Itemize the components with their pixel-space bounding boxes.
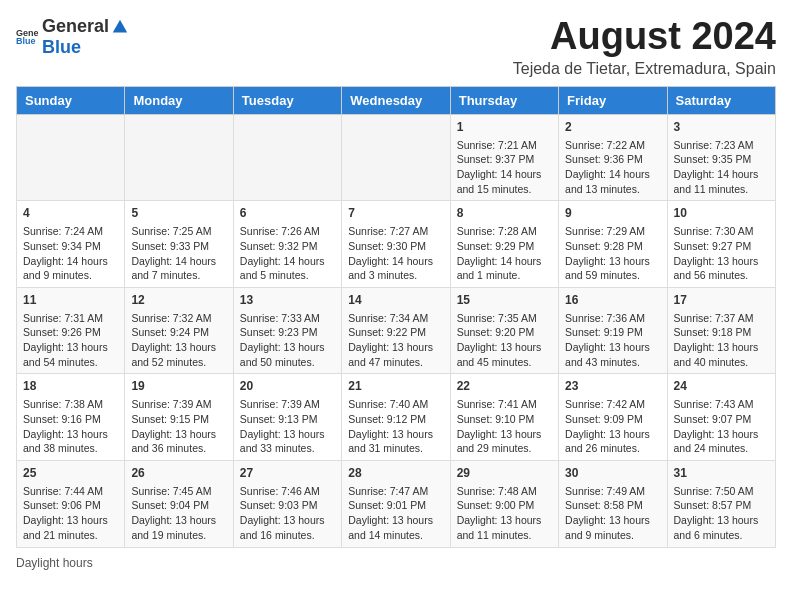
day-info: Sunrise: 7:30 AMSunset: 9:27 PMDaylight:…	[674, 224, 769, 283]
calendar-cell: 28Sunrise: 7:47 AMSunset: 9:01 PMDayligh…	[342, 460, 450, 547]
svg-marker-2	[113, 19, 127, 32]
calendar-week-row: 25Sunrise: 7:44 AMSunset: 9:06 PMDayligh…	[17, 460, 776, 547]
day-info: Sunrise: 7:47 AMSunset: 9:01 PMDaylight:…	[348, 484, 443, 543]
col-header-friday: Friday	[559, 86, 667, 114]
day-number: 28	[348, 465, 443, 482]
col-header-monday: Monday	[125, 86, 233, 114]
main-title: August 2024	[513, 16, 776, 58]
day-info: Sunrise: 7:32 AMSunset: 9:24 PMDaylight:…	[131, 311, 226, 370]
calendar-cell: 21Sunrise: 7:40 AMSunset: 9:12 PMDayligh…	[342, 374, 450, 461]
day-info: Sunrise: 7:40 AMSunset: 9:12 PMDaylight:…	[348, 397, 443, 456]
day-number: 7	[348, 205, 443, 222]
calendar-cell: 1Sunrise: 7:21 AMSunset: 9:37 PMDaylight…	[450, 114, 558, 201]
day-info: Sunrise: 7:49 AMSunset: 8:58 PMDaylight:…	[565, 484, 660, 543]
day-info: Sunrise: 7:28 AMSunset: 9:29 PMDaylight:…	[457, 224, 552, 283]
calendar-cell: 18Sunrise: 7:38 AMSunset: 9:16 PMDayligh…	[17, 374, 125, 461]
calendar-week-row: 18Sunrise: 7:38 AMSunset: 9:16 PMDayligh…	[17, 374, 776, 461]
calendar-cell: 16Sunrise: 7:36 AMSunset: 9:19 PMDayligh…	[559, 287, 667, 374]
day-number: 14	[348, 292, 443, 309]
col-header-saturday: Saturday	[667, 86, 775, 114]
calendar-cell: 9Sunrise: 7:29 AMSunset: 9:28 PMDaylight…	[559, 201, 667, 288]
day-info: Sunrise: 7:37 AMSunset: 9:18 PMDaylight:…	[674, 311, 769, 370]
day-number: 1	[457, 119, 552, 136]
col-header-wednesday: Wednesday	[342, 86, 450, 114]
day-number: 24	[674, 378, 769, 395]
day-number: 26	[131, 465, 226, 482]
day-number: 3	[674, 119, 769, 136]
day-info: Sunrise: 7:39 AMSunset: 9:15 PMDaylight:…	[131, 397, 226, 456]
calendar-cell: 5Sunrise: 7:25 AMSunset: 9:33 PMDaylight…	[125, 201, 233, 288]
calendar-cell: 8Sunrise: 7:28 AMSunset: 9:29 PMDaylight…	[450, 201, 558, 288]
calendar-cell: 19Sunrise: 7:39 AMSunset: 9:15 PMDayligh…	[125, 374, 233, 461]
day-number: 27	[240, 465, 335, 482]
day-number: 10	[674, 205, 769, 222]
calendar-cell	[342, 114, 450, 201]
calendar-cell: 22Sunrise: 7:41 AMSunset: 9:10 PMDayligh…	[450, 374, 558, 461]
day-info: Sunrise: 7:38 AMSunset: 9:16 PMDaylight:…	[23, 397, 118, 456]
calendar-cell: 15Sunrise: 7:35 AMSunset: 9:20 PMDayligh…	[450, 287, 558, 374]
col-header-thursday: Thursday	[450, 86, 558, 114]
calendar-cell: 2Sunrise: 7:22 AMSunset: 9:36 PMDaylight…	[559, 114, 667, 201]
calendar-cell: 20Sunrise: 7:39 AMSunset: 9:13 PMDayligh…	[233, 374, 341, 461]
day-number: 5	[131, 205, 226, 222]
day-info: Sunrise: 7:42 AMSunset: 9:09 PMDaylight:…	[565, 397, 660, 456]
logo-general: General	[42, 16, 109, 37]
calendar-cell: 14Sunrise: 7:34 AMSunset: 9:22 PMDayligh…	[342, 287, 450, 374]
day-info: Sunrise: 7:46 AMSunset: 9:03 PMDaylight:…	[240, 484, 335, 543]
day-info: Sunrise: 7:36 AMSunset: 9:19 PMDaylight:…	[565, 311, 660, 370]
col-header-sunday: Sunday	[17, 86, 125, 114]
calendar-cell	[125, 114, 233, 201]
day-number: 2	[565, 119, 660, 136]
day-number: 18	[23, 378, 118, 395]
footer-note: Daylight hours	[16, 556, 776, 570]
calendar-cell: 6Sunrise: 7:26 AMSunset: 9:32 PMDaylight…	[233, 201, 341, 288]
day-number: 29	[457, 465, 552, 482]
calendar-cell: 24Sunrise: 7:43 AMSunset: 9:07 PMDayligh…	[667, 374, 775, 461]
svg-text:Blue: Blue	[16, 36, 36, 46]
calendar-week-row: 4Sunrise: 7:24 AMSunset: 9:34 PMDaylight…	[17, 201, 776, 288]
calendar-cell: 12Sunrise: 7:32 AMSunset: 9:24 PMDayligh…	[125, 287, 233, 374]
calendar-header-row: SundayMondayTuesdayWednesdayThursdayFrid…	[17, 86, 776, 114]
day-info: Sunrise: 7:43 AMSunset: 9:07 PMDaylight:…	[674, 397, 769, 456]
day-number: 17	[674, 292, 769, 309]
day-number: 16	[565, 292, 660, 309]
subtitle: Tejeda de Tietar, Extremadura, Spain	[513, 60, 776, 78]
calendar-cell: 17Sunrise: 7:37 AMSunset: 9:18 PMDayligh…	[667, 287, 775, 374]
day-info: Sunrise: 7:29 AMSunset: 9:28 PMDaylight:…	[565, 224, 660, 283]
day-info: Sunrise: 7:44 AMSunset: 9:06 PMDaylight:…	[23, 484, 118, 543]
logo-blue: Blue	[42, 37, 81, 57]
calendar-cell	[233, 114, 341, 201]
calendar-cell: 7Sunrise: 7:27 AMSunset: 9:30 PMDaylight…	[342, 201, 450, 288]
day-number: 19	[131, 378, 226, 395]
day-number: 20	[240, 378, 335, 395]
calendar-cell: 10Sunrise: 7:30 AMSunset: 9:27 PMDayligh…	[667, 201, 775, 288]
calendar-cell: 30Sunrise: 7:49 AMSunset: 8:58 PMDayligh…	[559, 460, 667, 547]
calendar-cell: 25Sunrise: 7:44 AMSunset: 9:06 PMDayligh…	[17, 460, 125, 547]
day-number: 9	[565, 205, 660, 222]
calendar-week-row: 11Sunrise: 7:31 AMSunset: 9:26 PMDayligh…	[17, 287, 776, 374]
logo-icon: General Blue	[16, 26, 38, 48]
day-info: Sunrise: 7:41 AMSunset: 9:10 PMDaylight:…	[457, 397, 552, 456]
day-number: 31	[674, 465, 769, 482]
calendar-cell: 4Sunrise: 7:24 AMSunset: 9:34 PMDaylight…	[17, 201, 125, 288]
day-number: 6	[240, 205, 335, 222]
logo-triangle-icon	[111, 18, 129, 36]
calendar-cell: 31Sunrise: 7:50 AMSunset: 8:57 PMDayligh…	[667, 460, 775, 547]
day-info: Sunrise: 7:45 AMSunset: 9:04 PMDaylight:…	[131, 484, 226, 543]
logo: General Blue General Blue	[16, 16, 129, 58]
day-info: Sunrise: 7:25 AMSunset: 9:33 PMDaylight:…	[131, 224, 226, 283]
day-number: 25	[23, 465, 118, 482]
day-info: Sunrise: 7:34 AMSunset: 9:22 PMDaylight:…	[348, 311, 443, 370]
calendar-cell	[17, 114, 125, 201]
day-number: 21	[348, 378, 443, 395]
calendar-cell: 27Sunrise: 7:46 AMSunset: 9:03 PMDayligh…	[233, 460, 341, 547]
header-area: General Blue General Blue August 2024 Te…	[16, 16, 776, 78]
calendar-week-row: 1Sunrise: 7:21 AMSunset: 9:37 PMDaylight…	[17, 114, 776, 201]
day-info: Sunrise: 7:31 AMSunset: 9:26 PMDaylight:…	[23, 311, 118, 370]
day-number: 11	[23, 292, 118, 309]
day-info: Sunrise: 7:21 AMSunset: 9:37 PMDaylight:…	[457, 138, 552, 197]
day-number: 8	[457, 205, 552, 222]
calendar-cell: 13Sunrise: 7:33 AMSunset: 9:23 PMDayligh…	[233, 287, 341, 374]
calendar-cell: 29Sunrise: 7:48 AMSunset: 9:00 PMDayligh…	[450, 460, 558, 547]
day-info: Sunrise: 7:39 AMSunset: 9:13 PMDaylight:…	[240, 397, 335, 456]
